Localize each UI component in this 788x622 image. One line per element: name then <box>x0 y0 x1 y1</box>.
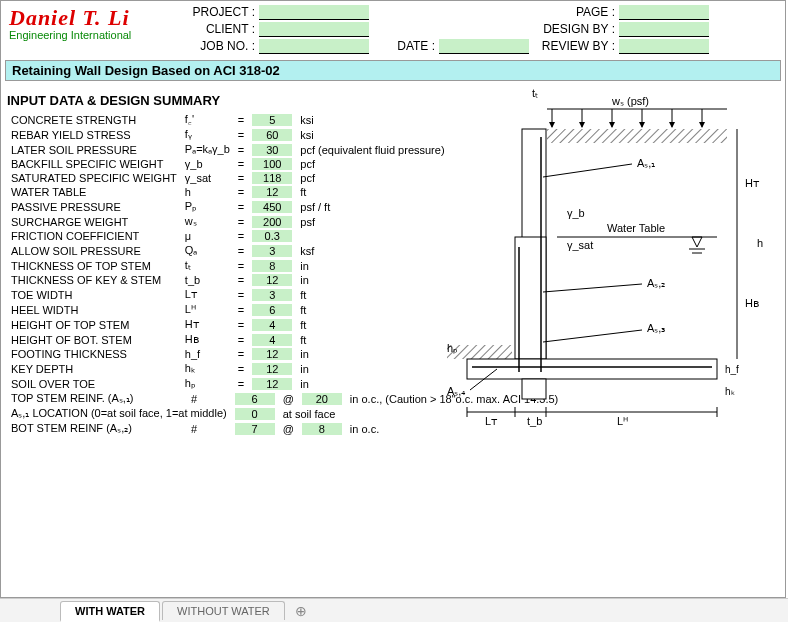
reinf2-barsize[interactable]: 7 <box>231 421 279 436</box>
param-value[interactable]: 12 <box>248 185 296 199</box>
param-value[interactable]: 12 <box>248 376 296 391</box>
svg-line-23 <box>543 330 642 342</box>
param-value[interactable]: 12 <box>248 273 296 287</box>
param-value[interactable]: 30 <box>248 142 296 157</box>
param-symbol: μ <box>181 229 234 243</box>
equals-sign: = <box>234 127 248 142</box>
param-label: THICKNESS OF TOP STEM <box>7 258 181 273</box>
date-label: DATE : <box>369 39 439 54</box>
add-sheet-button[interactable]: ⊕ <box>287 603 315 619</box>
param-value[interactable]: 12 <box>248 347 296 361</box>
tab-with-water[interactable]: WITH WATER <box>60 601 160 622</box>
equals-sign: = <box>234 214 248 229</box>
review-field[interactable] <box>619 39 709 54</box>
param-value[interactable]: 60 <box>248 127 296 142</box>
param-symbol: fᵧ <box>181 127 234 142</box>
param-unit: ft <box>296 185 448 199</box>
hash-symbol: # <box>187 391 231 406</box>
param-value[interactable]: 3 <box>248 243 296 258</box>
equals-sign: = <box>234 376 248 391</box>
param-value[interactable]: 200 <box>248 214 296 229</box>
h-label: h <box>757 237 763 249</box>
reinf2-spacing[interactable]: 8 <box>298 421 346 436</box>
hf-label: h_f <box>725 364 739 375</box>
design-field[interactable] <box>619 22 709 37</box>
param-value[interactable]: 12 <box>248 361 296 376</box>
surcharge-arrows: wₛ (psf) tₜ <box>532 87 727 109</box>
param-label: KEY DEPTH <box>7 361 181 376</box>
equals-sign: = <box>234 302 248 317</box>
reinf1-barsize[interactable]: 6 <box>231 391 279 406</box>
param-value[interactable]: 8 <box>248 258 296 273</box>
param-value[interactable]: 118 <box>248 171 296 185</box>
param-label: BACKFILL SPECIFIC WEIGHT <box>7 157 181 171</box>
equals-sign: = <box>234 347 248 361</box>
reinf2-label: BOT STEM REINF (Aₛ,₂) <box>7 421 187 436</box>
input-row: HEEL WIDTHLᴴ=6ft <box>7 302 449 317</box>
reinf-loc-label: Aₛ,₁ LOCATION (0=at soil face, 1=at midd… <box>7 406 231 421</box>
ht-label: Hᴛ <box>745 177 760 189</box>
param-symbol: f꜀' <box>181 112 234 127</box>
param-symbol: Hᴛ <box>181 317 234 332</box>
svg-marker-18 <box>692 237 702 247</box>
lh-label: Lᴴ <box>617 415 628 427</box>
param-value[interactable]: 450 <box>248 199 296 214</box>
hash-symbol: # <box>187 421 231 436</box>
param-unit: ksi <box>296 127 448 142</box>
param-value[interactable]: 4 <box>248 317 296 332</box>
client-field[interactable] <box>259 22 369 37</box>
param-symbol: hₚ <box>181 376 234 391</box>
wall-diagram: wₛ (psf) tₜ <box>437 87 777 447</box>
param-unit: in <box>296 258 448 273</box>
hp-label: hₚ <box>447 342 458 354</box>
param-value[interactable]: 0.3 <box>248 229 296 243</box>
param-unit: in <box>296 347 448 361</box>
param-symbol: h_f <box>181 347 234 361</box>
param-unit: in <box>296 361 448 376</box>
gb-label: γ_b <box>567 207 585 219</box>
param-unit: psf / ft <box>296 199 448 214</box>
param-label: SURCHARGE WEIGHT <box>7 214 181 229</box>
param-value[interactable]: 4 <box>248 332 296 347</box>
section-heading: INPUT DATA & DESIGN SUMMARY <box>7 93 437 108</box>
date-field[interactable] <box>439 39 529 54</box>
param-value[interactable]: 6 <box>248 302 296 317</box>
reinf-loc-value[interactable]: 0 <box>231 406 279 421</box>
as4-label: Aₛ,₄ <box>447 385 466 397</box>
input-row: ALLOW SOIL PRESSUREQₐ=3ksf <box>7 243 449 258</box>
design-label: DESIGN BY : <box>529 22 619 37</box>
input-row: WATER TABLEh=12ft <box>7 185 449 199</box>
input-row: BACKFILL SPECIFIC WEIGHTγ_b=100pcf <box>7 157 449 171</box>
tt-label: tₜ <box>532 87 538 99</box>
equals-sign: = <box>234 112 248 127</box>
param-value[interactable]: 5 <box>248 112 296 127</box>
param-label: WATER TABLE <box>7 185 181 199</box>
tb-label: t_b <box>527 415 542 427</box>
param-symbol: γ_sat <box>181 171 234 185</box>
client-label: CLIENT : <box>179 22 259 37</box>
param-value[interactable]: 100 <box>248 157 296 171</box>
param-symbol: Lᴴ <box>181 302 234 317</box>
project-label: PROJECT : <box>179 5 259 20</box>
param-symbol: h <box>181 185 234 199</box>
param-symbol: t_b <box>181 273 234 287</box>
input-row: SATURATED SPECIFIC WEIGHTγ_sat=118pcf <box>7 171 449 185</box>
param-unit: ft <box>296 302 448 317</box>
jobno-field[interactable] <box>259 39 369 54</box>
equals-sign: = <box>234 258 248 273</box>
reinf1-spacing[interactable]: 20 <box>298 391 346 406</box>
param-value[interactable]: 3 <box>248 287 296 302</box>
input-row: CONCRETE STRENGTHf꜀'=5ksi <box>7 112 449 127</box>
project-field[interactable] <box>259 5 369 20</box>
tab-without-water[interactable]: WITHOUT WATER <box>162 601 285 620</box>
param-label: ALLOW SOIL PRESSURE <box>7 243 181 258</box>
param-label: CONCRETE STRENGTH <box>7 112 181 127</box>
param-symbol: hₖ <box>181 361 234 376</box>
at-symbol: @ <box>279 421 298 436</box>
param-label: FOOTING THICKNESS <box>7 347 181 361</box>
param-symbol: Pₐ=kₐγ_b <box>181 142 234 157</box>
input-row: SURCHARGE WEIGHTwₛ=200psf <box>7 214 449 229</box>
page-field[interactable] <box>619 5 709 20</box>
param-symbol: Qₐ <box>181 243 234 258</box>
svg-rect-12 <box>522 379 546 399</box>
